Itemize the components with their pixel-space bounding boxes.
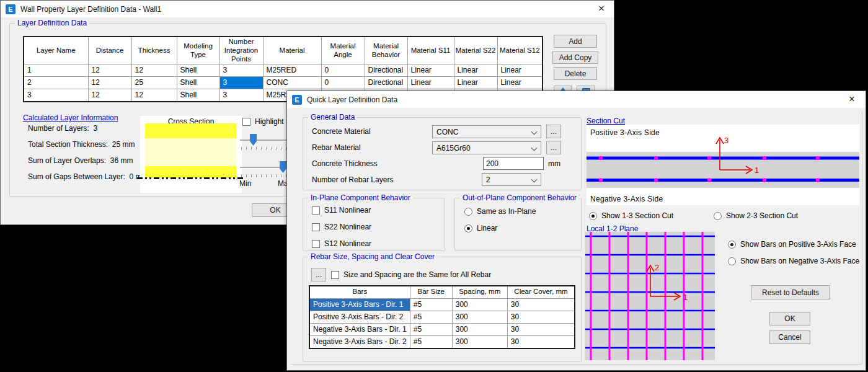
- s11-checkbox[interactable]: [312, 206, 320, 215]
- grid-cell[interactable]: 30: [507, 311, 575, 323]
- column-header: Thickness: [131, 37, 177, 64]
- add-copy-button[interactable]: Add Copy: [552, 51, 598, 64]
- bars-negative-face-row: Show Bars on Negative 3-Axis Face: [728, 257, 859, 265]
- grid-cell[interactable]: 3: [219, 89, 263, 102]
- wall-dialog-titlebar: E Wall Property Layer Definition Data - …: [1, 1, 614, 17]
- same-as-in-plane-radio[interactable]: [464, 208, 472, 216]
- column-header: Material S12: [497, 37, 542, 64]
- close-icon[interactable]: ×: [844, 92, 859, 106]
- grid-cell[interactable]: 12: [88, 64, 131, 77]
- grid-cell[interactable]: 3: [24, 89, 88, 102]
- concrete-thickness-input[interactable]: [483, 157, 544, 170]
- concrete-material-combo[interactable]: CONC: [432, 125, 541, 138]
- calculated-layer-info-heading: Calculated Layer Information: [23, 113, 118, 122]
- local-plane-canvas: 2 1: [585, 232, 715, 360]
- grid-cell[interactable]: 1: [24, 64, 88, 77]
- grid-cell[interactable]: Linear: [497, 64, 542, 77]
- same-as-in-plane-row: Same as In-Plane: [464, 207, 536, 216]
- grid-cell[interactable]: 30: [507, 298, 575, 311]
- concrete-material-label: Concrete Material: [312, 127, 371, 136]
- column-header: Material S11: [407, 37, 454, 64]
- grid-cell[interactable]: #5: [410, 323, 452, 335]
- grid-cell[interactable]: 30: [507, 335, 575, 348]
- min-slider-ticks: [241, 147, 291, 150]
- column-header: Material Angle: [321, 37, 365, 64]
- rebar-layers-combo[interactable]: 2: [482, 173, 541, 186]
- ok-button[interactable]: OK: [769, 312, 810, 326]
- bars-positive-face-radio[interactable]: [728, 241, 736, 249]
- grid-cell[interactable]: Linear: [454, 64, 497, 77]
- rebar-material-browse-button[interactable]: ...: [546, 141, 561, 154]
- gaps-label: Sum of Gaps Between Layer:: [28, 172, 125, 181]
- grid-cell[interactable]: 300: [452, 311, 507, 323]
- layer-definition-group-label: Layer Definition Data: [15, 19, 89, 27]
- grid-cell[interactable]: #5: [410, 298, 452, 311]
- grid-cell[interactable]: M25RED: [263, 64, 321, 77]
- concrete-material-browse-button[interactable]: ...: [546, 125, 561, 138]
- column-header: Bars: [309, 286, 410, 298]
- axis-1-label: 1: [755, 166, 759, 175]
- show-13-section-label: Show 1-3 Section Cut: [601, 211, 673, 220]
- grid-cell[interactable]: Directional: [365, 64, 407, 77]
- grid-cell[interactable]: 300: [452, 323, 507, 335]
- grid-cell[interactable]: 3: [219, 64, 263, 77]
- linear-radio[interactable]: [464, 224, 472, 232]
- content-groove-bottom: [291, 364, 862, 365]
- s22-checkbox[interactable]: [312, 223, 320, 231]
- table-row: Negative 3-Axis Bars - Dir. 2 #5 300 30: [309, 335, 575, 348]
- same-as-in-plane-label: Same as In-Plane: [477, 207, 536, 216]
- show-23-section-radio[interactable]: [714, 212, 722, 220]
- reset-to-defaults-button[interactable]: Reset to Defaults: [751, 285, 830, 299]
- rebar-row-header[interactable]: Positive 3-Axis Bars - Dir. 2: [309, 311, 410, 323]
- reference-dash-line: [137, 177, 244, 179]
- desktop: { "icons": { "app": "E", "close": "×" },…: [0, 0, 868, 372]
- etabs-app-icon: E: [6, 4, 16, 14]
- grid-cell[interactable]: Linear: [454, 77, 497, 89]
- grid-cell[interactable]: 30: [507, 323, 575, 335]
- rebar-material-combo[interactable]: A615Gr60: [432, 141, 541, 154]
- column-header: Bar Size: [410, 286, 452, 298]
- grid-cell[interactable]: 12: [131, 64, 177, 77]
- rebar-row-header[interactable]: Negative 3-Axis Bars - Dir. 1: [309, 323, 410, 335]
- grid-cell[interactable]: Shell: [177, 89, 219, 102]
- bars-negative-face-radio[interactable]: [728, 257, 736, 265]
- grid-cell[interactable]: 2: [24, 77, 88, 89]
- grid-cell[interactable]: Linear: [407, 77, 454, 89]
- grid-cell[interactable]: 300: [452, 298, 507, 311]
- grid-cell[interactable]: 12: [88, 77, 131, 89]
- grid-cell[interactable]: Linear: [497, 77, 542, 89]
- grid-cell[interactable]: 25: [131, 77, 177, 89]
- min-slider-track[interactable]: [240, 140, 293, 141]
- delete-button[interactable]: Delete: [554, 67, 597, 80]
- grid-cell[interactable]: Shell: [177, 64, 219, 77]
- grid-cell[interactable]: 12: [131, 89, 177, 102]
- grid-cell[interactable]: Linear: [407, 64, 454, 77]
- add-button[interactable]: Add: [554, 35, 597, 48]
- highlight-checkbox[interactable]: [242, 118, 250, 126]
- rebar-browse-button[interactable]: ...: [311, 268, 326, 281]
- grid-cell[interactable]: Shell: [177, 77, 219, 89]
- grid-cell[interactable]: 300: [452, 335, 507, 348]
- grid-cell[interactable]: #5: [410, 311, 452, 323]
- rebar-row-header[interactable]: Negative 3-Axis Bars - Dir. 2: [309, 335, 410, 348]
- show-13-section-radio[interactable]: [589, 212, 597, 220]
- column-header: Clear Cover, mm: [507, 286, 575, 298]
- grid-cell[interactable]: #5: [410, 335, 452, 348]
- cancel-button[interactable]: Cancel: [769, 330, 810, 344]
- rebar-table-wrap: Bars Bar Size Spacing, mm Clear Cover, m…: [309, 285, 575, 349]
- s12-checkbox[interactable]: [312, 240, 320, 248]
- grid-cell[interactable]: Directional: [365, 77, 407, 89]
- rebar-row-header-selected[interactable]: Positive 3-Axis Bars - Dir. 1: [309, 298, 410, 311]
- grid-cell[interactable]: 0: [321, 64, 365, 77]
- grid-cell[interactable]: 0: [321, 77, 365, 89]
- grid-cell-selected[interactable]: 3: [219, 77, 263, 89]
- total-thickness-label: Total Section Thickness:: [28, 140, 108, 149]
- thickness-unit-label: mm: [548, 159, 560, 168]
- same-size-spacing-checkbox[interactable]: [331, 271, 339, 279]
- positive-side-label: Positive 3-Axis Side: [590, 128, 660, 137]
- grid-cell[interactable]: 12: [88, 89, 131, 102]
- linear-label: Linear: [477, 224, 497, 232]
- grid-cell[interactable]: CONC: [263, 77, 321, 89]
- close-icon[interactable]: ×: [594, 2, 609, 16]
- total-thickness-value: 25 mm: [112, 140, 135, 149]
